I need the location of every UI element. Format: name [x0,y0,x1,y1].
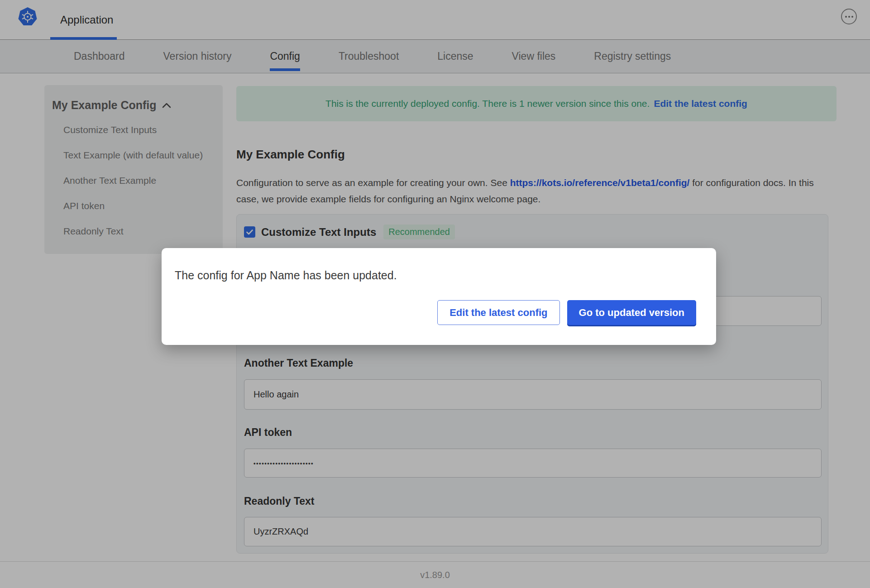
go-to-updated-version-button[interactable]: Go to updated version [567,300,696,325]
modal-actions: Edit the latest config Go to updated ver… [437,300,696,325]
edit-latest-config-button[interactable]: Edit the latest config [437,300,559,325]
kots-admin-console: Application Dashboard Version history Co… [0,0,870,588]
config-updated-modal: The config for App Name has been updated… [162,248,716,345]
modal-message: The config for App Name has been updated… [175,269,397,282]
